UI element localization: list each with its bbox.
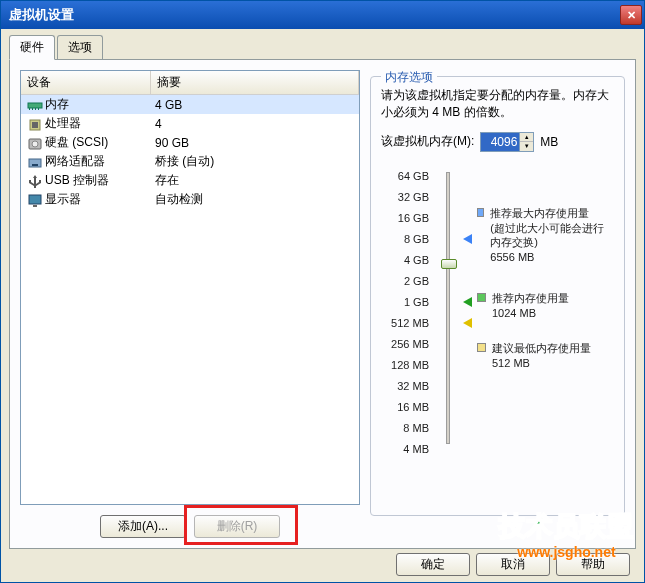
- svg-rect-11: [29, 195, 41, 204]
- memory-icon: [27, 98, 43, 112]
- tick-label: 8 GB: [404, 229, 433, 250]
- tabs: 硬件 选项: [9, 35, 636, 60]
- tick-label: 32 MB: [397, 376, 433, 397]
- memory-input[interactable]: [481, 133, 519, 151]
- tab-hardware[interactable]: 硬件: [9, 35, 55, 60]
- rec-title: 推荐最大内存使用量: [490, 206, 614, 221]
- add-button[interactable]: 添加(A)...: [100, 515, 186, 538]
- device-summary: 自动检测: [151, 191, 355, 208]
- cpu-icon: [27, 117, 43, 131]
- recommendation-min: 建议最低内存使用量512 MB: [477, 341, 591, 371]
- cancel-button[interactable]: 取消: [476, 553, 550, 576]
- device-name: 硬盘 (SCSI): [45, 134, 151, 151]
- tick-label: 1 GB: [404, 292, 433, 313]
- rec-value: 6556 MB: [490, 250, 614, 265]
- svg-point-8: [32, 141, 38, 147]
- nic-icon: [27, 155, 43, 169]
- slider-thumb[interactable]: [441, 259, 457, 269]
- mark-rec-icon: [463, 297, 472, 307]
- mark-min-icon: [463, 318, 472, 328]
- memory-input-label: 该虚拟机内存(M):: [381, 133, 474, 150]
- tick-label: 16 GB: [398, 208, 433, 229]
- memory-group: 内存选项 请为该虚拟机指定要分配的内存量。内存大小必须为 4 MB 的倍数。 该…: [370, 76, 625, 516]
- svg-rect-12: [33, 205, 37, 207]
- rec-value: 1024 MB: [492, 306, 569, 321]
- device-list[interactable]: 设备 摘要 内存4 GB处理器4硬盘 (SCSI)90 GB网络适配器桥接 (自…: [20, 70, 360, 505]
- recommendation-max: 推荐最大内存使用量(超过此大小可能会进行内存交换)6556 MB: [477, 206, 614, 265]
- tick-label: 4 GB: [404, 250, 433, 271]
- recommendation-rec: 推荐内存使用量1024 MB: [477, 291, 569, 321]
- rec-value: 512 MB: [492, 356, 591, 371]
- tick-label: 32 GB: [398, 187, 433, 208]
- device-row[interactable]: 显示器自动检测: [21, 190, 359, 209]
- device-row[interactable]: USB 控制器存在: [21, 171, 359, 190]
- memory-description: 请为该虚拟机指定要分配的内存量。内存大小必须为 4 MB 的倍数。: [381, 87, 614, 122]
- slider-marks: [463, 166, 477, 466]
- device-name: USB 控制器: [45, 172, 151, 189]
- tick-label: 8 MB: [403, 418, 433, 439]
- spin-up-icon[interactable]: ▲: [520, 133, 533, 143]
- device-summary: 4 GB: [151, 98, 355, 112]
- window-title: 虚拟机设置: [9, 6, 74, 24]
- tick-label: 64 GB: [398, 166, 433, 187]
- display-icon: [27, 193, 43, 207]
- device-name: 网络适配器: [45, 153, 151, 170]
- tick-label: 2 GB: [404, 271, 433, 292]
- memory-unit: MB: [540, 135, 558, 149]
- slider-tick-labels: 64 GB32 GB16 GB8 GB4 GB2 GB1 GB512 MB256…: [381, 166, 433, 466]
- remove-button: 删除(R): [194, 515, 280, 538]
- rec-title: 推荐内存使用量: [492, 291, 569, 306]
- svg-rect-2: [32, 108, 33, 110]
- usb-icon: [27, 174, 43, 188]
- device-name: 内存: [45, 96, 151, 113]
- tab-options[interactable]: 选项: [57, 35, 103, 60]
- help-button[interactable]: 帮助: [556, 553, 630, 576]
- svg-rect-6: [32, 122, 38, 128]
- svg-rect-3: [35, 108, 36, 110]
- device-summary: 桥接 (自动): [151, 153, 355, 170]
- memory-slider[interactable]: [433, 166, 463, 466]
- device-list-header: 设备 摘要: [21, 71, 359, 95]
- device-summary: 4: [151, 117, 355, 131]
- device-summary: 90 GB: [151, 136, 355, 150]
- col-device[interactable]: 设备: [21, 71, 151, 94]
- device-row[interactable]: 内存4 GB: [21, 95, 359, 114]
- legend-swatch-icon: [477, 343, 486, 352]
- tick-label: 128 MB: [391, 355, 433, 376]
- memory-spinner[interactable]: ▲ ▼: [480, 132, 534, 152]
- recommendations: 推荐最大内存使用量(超过此大小可能会进行内存交换)6556 MB推荐内存使用量1…: [477, 166, 614, 466]
- tick-label: 16 MB: [397, 397, 433, 418]
- legend-swatch-icon: [477, 293, 486, 302]
- device-row[interactable]: 网络适配器桥接 (自动): [21, 152, 359, 171]
- rec-note: (超过此大小可能会进行内存交换): [490, 221, 614, 251]
- svg-rect-0: [28, 103, 42, 108]
- device-summary: 存在: [151, 172, 355, 189]
- svg-rect-10: [32, 164, 38, 166]
- tick-label: 512 MB: [391, 313, 433, 334]
- svg-rect-4: [38, 108, 39, 110]
- legend-swatch-icon: [477, 208, 484, 217]
- memory-group-title: 内存选项: [381, 69, 437, 86]
- device-name: 处理器: [45, 115, 151, 132]
- ok-button[interactable]: 确定: [396, 553, 470, 576]
- device-row[interactable]: 处理器4: [21, 114, 359, 133]
- svg-rect-1: [29, 108, 30, 110]
- close-button[interactable]: ✕: [620, 5, 642, 25]
- col-summary[interactable]: 摘要: [151, 71, 359, 94]
- tick-label: 4 MB: [403, 439, 433, 460]
- mark-max-icon: [463, 234, 472, 244]
- device-row[interactable]: 硬盘 (SCSI)90 GB: [21, 133, 359, 152]
- device-name: 显示器: [45, 191, 151, 208]
- spin-down-icon[interactable]: ▼: [520, 142, 533, 151]
- tick-label: 256 MB: [391, 334, 433, 355]
- disk-icon: [27, 136, 43, 150]
- rec-title: 建议最低内存使用量: [492, 341, 591, 356]
